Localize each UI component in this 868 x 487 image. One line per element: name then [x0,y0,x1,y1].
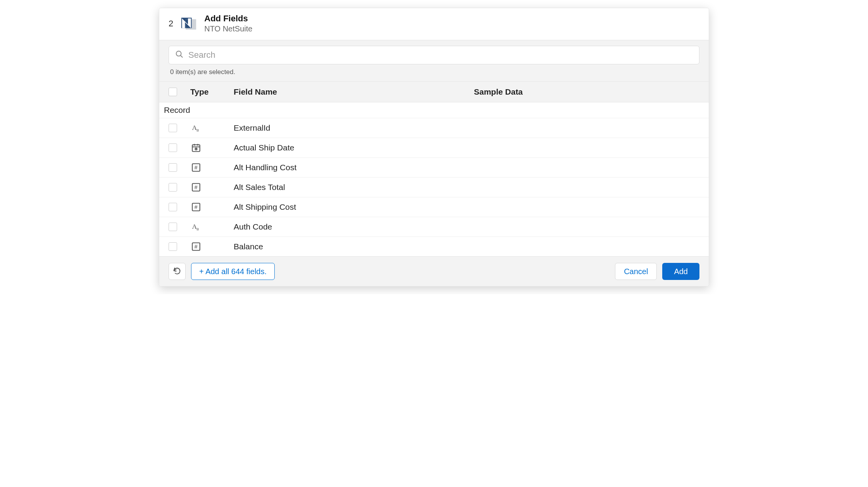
number-type-icon: # [190,201,202,213]
group-label: Record [159,102,709,118]
modal-header: 2 Add Fields NTO NetSuite [159,8,709,40]
field-name-cell: Alt Handling Cost [234,163,474,172]
col-header-field-name: Field Name [234,87,474,97]
table-row[interactable]: Actual Ship Date [159,138,709,158]
cancel-button[interactable]: Cancel [615,263,657,280]
field-name-cell: Actual Ship Date [234,143,474,152]
svg-text:a: a [196,128,199,133]
text-type-icon: Aa [190,221,202,233]
add-button[interactable]: Add [662,263,699,280]
svg-text:#: # [195,165,198,171]
field-name-cell: Alt Sales Total [234,183,474,192]
field-name-cell: ExternalId [234,123,474,133]
select-all-checkbox[interactable] [169,88,177,96]
number-type-icon: # [190,241,202,252]
search-box[interactable] [169,46,699,64]
row-checkbox[interactable] [169,143,177,152]
rows-container: AaExternalIdActual Ship Date#Alt Handlin… [159,118,709,256]
row-checkbox[interactable] [169,242,177,251]
add-all-fields-button[interactable]: + Add all 644 fields. [191,263,275,280]
row-checkbox[interactable] [169,223,177,231]
row-checkbox[interactable] [169,163,177,172]
svg-text:#: # [195,244,198,250]
table-row[interactable]: #Balance [159,237,709,256]
table-row[interactable]: AaExternalId [159,118,709,138]
svg-line-5 [181,56,183,58]
netsuite-icon [179,14,198,33]
col-header-sample-data: Sample Data [474,87,699,97]
table-row[interactable]: AaAuth Code [159,217,709,237]
table-row[interactable]: #Alt Shipping Cost [159,197,709,217]
row-checkbox[interactable] [169,183,177,192]
step-number: 2 [169,19,173,29]
svg-text:#: # [195,204,198,211]
modal-subtitle: NTO NetSuite [204,24,252,34]
modal-footer: + Add all 644 fields. Cancel Add [159,256,709,286]
text-type-icon: Aa [190,122,202,134]
field-name-cell: Auth Code [234,222,474,231]
col-header-type: Type [190,87,234,97]
date-type-icon [190,142,202,154]
svg-text:#: # [195,185,198,191]
search-input[interactable] [188,50,693,60]
table-row[interactable]: #Alt Handling Cost [159,158,709,178]
svg-point-4 [176,51,181,56]
table-header-row: Type Field Name Sample Data [159,81,709,102]
search-icon [175,50,184,60]
modal-title: Add Fields [204,14,252,24]
row-checkbox[interactable] [169,203,177,211]
selected-count: 0 item(s) are selected. [169,64,699,78]
table-row[interactable]: #Alt Sales Total [159,178,709,197]
refresh-icon [173,267,181,276]
header-titles: Add Fields NTO NetSuite [204,14,252,34]
svg-text:a: a [196,226,199,232]
number-type-icon: # [190,162,202,173]
row-checkbox[interactable] [169,124,177,132]
field-name-cell: Balance [234,242,474,251]
field-name-cell: Alt Shipping Cost [234,202,474,212]
search-section: 0 item(s) are selected. [159,40,709,81]
number-type-icon: # [190,181,202,193]
refresh-button[interactable] [169,263,186,280]
add-fields-modal: 2 Add Fields NTO NetSuite 0 [159,8,709,287]
